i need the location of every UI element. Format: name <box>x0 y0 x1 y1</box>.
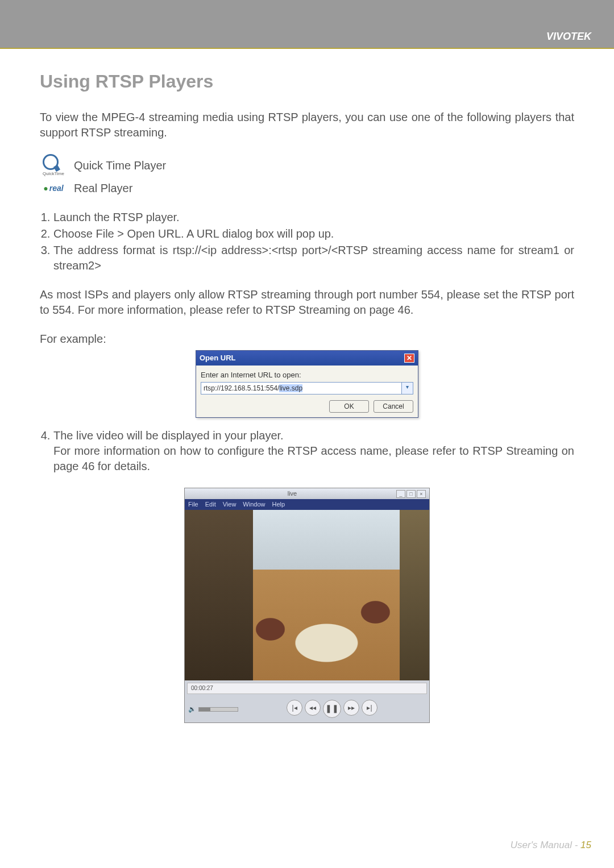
skip-back-icon[interactable]: |◂ <box>287 700 302 716</box>
step-4: The live video will be displayed in your… <box>53 428 574 474</box>
menu-edit[interactable]: Edit <box>205 500 216 509</box>
volume-icon[interactable]: 🔉 <box>188 705 196 713</box>
page-footer: User's Manual - 15 <box>511 840 591 851</box>
list-item: real Real Player <box>40 181 574 196</box>
menu-help[interactable]: Help <box>272 500 285 509</box>
url-input[interactable]: rtsp://192.168.5.151:554/live.sdp <box>201 382 402 394</box>
ok-button[interactable]: OK <box>329 400 369 413</box>
intro-paragraph: To view the MPEG-4 streaming media using… <box>40 110 574 140</box>
player-list: QuickTime Quick Time Player real Real Pl… <box>40 154 574 196</box>
quicktime-icon: QuickTime <box>40 154 67 177</box>
transport-controls: |◂ ◂◂ ❚❚ ▸▸ ▸| <box>238 697 426 721</box>
for-example-label: For example: <box>40 331 574 347</box>
step-4-line2: For more information on how to configure… <box>53 445 574 472</box>
url-prefix: rtsp://192.168.5.151:554/ <box>204 384 279 392</box>
minimize-icon[interactable]: _ <box>396 490 405 498</box>
maximize-icon[interactable]: □ <box>406 490 416 498</box>
steps-list: Launch the RTSP player. Choose File > Op… <box>40 210 574 273</box>
player-menubar: File Edit View Window Help <box>185 499 429 510</box>
cancel-button[interactable]: Cancel <box>374 400 413 413</box>
dialog-label: Enter an Internet URL to open: <box>201 370 413 380</box>
step-3: The address format is rtsp://<ip address… <box>53 243 574 273</box>
chevron-down-icon[interactable]: ▾ <box>402 382 413 394</box>
list-item: QuickTime Quick Time Player <box>40 154 574 177</box>
note-paragraph: As most ISPs and players only allow RTSP… <box>40 287 574 318</box>
quicktime-label: Quick Time Player <box>74 158 166 173</box>
skip-forward-icon[interactable]: ▸| <box>362 700 377 716</box>
media-player-window: live _ □ × File Edit View Window Help Vi… <box>184 488 430 722</box>
brand-label: VIVOTEK <box>546 31 591 43</box>
step-4-line1: The live video will be displayed in your… <box>53 429 284 442</box>
steps-list-continued: The live video will be displayed in your… <box>40 428 574 474</box>
forward-icon[interactable]: ▸▸ <box>343 700 359 716</box>
realplayer-label: Real Player <box>74 181 132 196</box>
rewind-icon[interactable]: ◂◂ <box>305 700 321 716</box>
dialog-title-text: Open URL <box>200 353 236 363</box>
video-frame-image <box>185 510 429 680</box>
step-1: Launch the RTSP player. <box>53 210 574 225</box>
pause-icon[interactable]: ❚❚ <box>323 700 341 718</box>
url-highlight: live.sdp <box>279 384 302 392</box>
close-icon[interactable]: × <box>417 490 426 498</box>
open-url-dialog: Open URL ✕ Enter an Internet URL to open… <box>196 350 418 418</box>
dialog-body: Enter an Internet URL to open: rtsp://19… <box>196 366 418 418</box>
menu-window[interactable]: Window <box>243 500 265 509</box>
playback-time: 00:00:27 <box>187 683 427 694</box>
media-player-wrap: live _ □ × File Edit View Window Help Vi… <box>40 488 574 722</box>
header-bar: VIVOTEK <box>0 0 614 48</box>
menu-file[interactable]: File <box>188 500 198 509</box>
page-content: Using RTSP Players To view the MPEG-4 st… <box>0 49 614 723</box>
dialog-titlebar: Open URL ✕ <box>196 351 418 366</box>
menu-view[interactable]: View <box>223 500 237 509</box>
page-number: 15 <box>580 840 591 850</box>
step-2: Choose File > Open URL. A URL dialog box… <box>53 226 574 242</box>
player-controls-row: 🔉 |◂ ◂◂ ❚❚ ▸▸ ▸| <box>185 696 429 722</box>
close-icon[interactable]: ✕ <box>404 354 414 363</box>
player-title-text: live <box>188 489 396 498</box>
open-url-dialog-wrap: Open URL ✕ Enter an Internet URL to open… <box>40 350 574 418</box>
player-titlebar: live _ □ × <box>185 488 429 499</box>
real-icon: real <box>40 183 67 194</box>
page-heading: Using RTSP Players <box>40 69 574 94</box>
volume-slider[interactable] <box>198 707 238 712</box>
footer-text: User's Manual - <box>511 840 580 850</box>
video-area: Video 16:38:01 2010/05/17 <box>185 510 429 680</box>
